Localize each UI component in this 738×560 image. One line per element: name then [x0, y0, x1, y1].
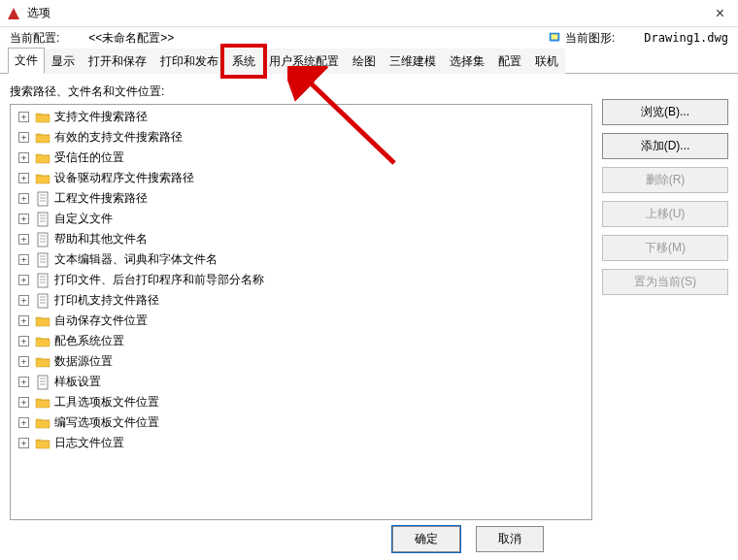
expander-icon[interactable]: + — [18, 193, 29, 204]
tree-item-label: 配色系统位置 — [54, 333, 124, 349]
folder-icon — [35, 354, 50, 370]
expander-icon[interactable]: + — [18, 152, 29, 163]
ok-button[interactable]: 确定 — [392, 526, 460, 552]
tree-item[interactable]: +样板设置 — [11, 372, 591, 392]
document-icon — [35, 212, 50, 227]
document-icon — [35, 375, 50, 390]
svg-rect-18 — [38, 274, 48, 287]
panel-right: 浏览(B)...添加(D)...删除(R)上移(U)下移(M)置为当前(S) — [602, 83, 728, 520]
add-button[interactable]: 添加(D)... — [602, 133, 728, 159]
tab-8[interactable]: 选择集 — [443, 49, 491, 74]
expander-icon[interactable]: + — [18, 295, 29, 306]
movedown-button: 下移(M) — [602, 235, 728, 261]
folder-icon — [35, 130, 50, 146]
tree-item[interactable]: +自动保存文件位置 — [11, 311, 591, 331]
tree-item-label: 文本编辑器、词典和字体文件名 — [54, 251, 218, 268]
tab-7[interactable]: 三维建模 — [383, 49, 443, 74]
tab-2[interactable]: 打开和保存 — [82, 49, 153, 74]
tree-item[interactable]: +打印机支持文件路径 — [11, 290, 591, 311]
dialog-footer: 确定 取消 — [392, 526, 544, 552]
current-drawing-label: 当前图形: — [565, 30, 615, 47]
tree-item[interactable]: +打印文件、后台打印程序和前导部分名称 — [11, 270, 591, 290]
tab-5[interactable]: 用户系统配置 — [262, 49, 346, 74]
tree-item-label: 打印机支持文件路径 — [54, 292, 159, 309]
tree-item[interactable]: +支持文件搜索路径 — [11, 107, 591, 127]
svg-rect-6 — [38, 213, 48, 226]
expander-icon[interactable]: + — [18, 397, 29, 408]
expander-icon[interactable]: + — [18, 356, 29, 367]
moveup-button: 上移(U) — [602, 201, 728, 227]
current-drawing-name: Drawing1.dwg — [644, 31, 728, 45]
tree-item[interactable]: +编写选项板文件位置 — [11, 412, 591, 433]
expander-icon[interactable]: + — [18, 214, 29, 224]
tree-item[interactable]: +自定义文件 — [11, 209, 591, 229]
tree-item[interactable]: +文本编辑器、词典和字体文件名 — [11, 249, 591, 270]
tab-bar: 文件显示打开和保存打印和发布系统用户系统配置绘图三维建模选择集配置联机 — [0, 49, 738, 74]
tree-item-label: 受信任的位置 — [54, 149, 124, 166]
svg-rect-22 — [38, 294, 48, 308]
svg-rect-2 — [38, 192, 48, 206]
panel-left: 搜索路径、文件名和文件位置: +支持文件搜索路径+有效的支持文件搜索路径+受信任… — [10, 83, 592, 520]
tree-item[interactable]: +日志文件位置 — [11, 433, 591, 453]
tab-9[interactable]: 配置 — [491, 49, 528, 74]
expander-icon[interactable]: + — [18, 315, 29, 326]
expander-icon[interactable]: + — [18, 438, 29, 448]
svg-rect-1 — [551, 34, 557, 39]
expander-icon[interactable]: + — [18, 173, 29, 183]
expander-icon[interactable]: + — [18, 132, 29, 143]
tree-item[interactable]: +数据源位置 — [11, 351, 591, 372]
tree-item-label: 打印文件、后台打印程序和前导部分名称 — [54, 272, 264, 288]
current-profile-label: 当前配置: — [10, 30, 59, 47]
document-icon — [35, 293, 50, 309]
close-button[interactable]: × — [708, 5, 732, 22]
expander-icon[interactable]: + — [18, 254, 29, 265]
section-label: 搜索路径、文件名和文件位置: — [10, 83, 592, 100]
tree-item-label: 帮助和其他文件名 — [54, 231, 148, 247]
tab-10[interactable]: 联机 — [528, 49, 565, 74]
folder-icon — [35, 436, 50, 451]
tab-3[interactable]: 打印和发布 — [153, 49, 225, 74]
setcurrent-button: 置为当前(S) — [602, 269, 728, 295]
tree-item-label: 日志文件位置 — [54, 435, 124, 451]
file-tree[interactable]: +支持文件搜索路径+有效的支持文件搜索路径+受信任的位置+设备驱动程序文件搜索路… — [10, 104, 592, 520]
tree-item[interactable]: +有效的支持文件搜索路径 — [11, 127, 591, 148]
expander-icon[interactable]: + — [18, 377, 29, 387]
svg-rect-14 — [38, 253, 48, 267]
tab-4[interactable]: 系统 — [225, 49, 262, 74]
browse-button[interactable]: 浏览(B)... — [602, 99, 728, 125]
tree-item[interactable]: +工具选项板文件位置 — [11, 392, 591, 412]
tab-6[interactable]: 绘图 — [346, 49, 383, 74]
tree-item[interactable]: +工程文件搜索路径 — [11, 188, 591, 209]
title-bar: 选项 × — [0, 0, 738, 27]
tree-item[interactable]: +设备驱动程序文件搜索路径 — [11, 168, 591, 188]
tree-item-label: 支持文件搜索路径 — [54, 109, 148, 125]
current-profile-value: <<未命名配置>> — [88, 30, 174, 47]
app-logo-icon — [6, 6, 21, 21]
tree-item[interactable]: +受信任的位置 — [11, 148, 591, 168]
document-icon — [35, 273, 50, 288]
expander-icon[interactable]: + — [18, 275, 29, 285]
folder-icon — [35, 415, 50, 431]
tree-item-label: 自动保存文件位置 — [54, 313, 148, 329]
tree-item-label: 数据源位置 — [54, 353, 113, 370]
tree-item-label: 有效的支持文件搜索路径 — [54, 129, 183, 146]
tree-item-label: 自定义文件 — [54, 211, 113, 227]
panel-body: 搜索路径、文件名和文件位置: +支持文件搜索路径+有效的支持文件搜索路径+受信任… — [0, 74, 738, 530]
expander-icon[interactable]: + — [18, 336, 29, 346]
cancel-button[interactable]: 取消 — [476, 526, 544, 552]
drawing-icon — [548, 30, 565, 47]
folder-icon — [35, 171, 50, 186]
expander-icon[interactable]: + — [18, 417, 29, 428]
delete-button: 删除(R) — [602, 167, 728, 193]
tree-item-label: 工程文件搜索路径 — [54, 190, 148, 207]
expander-icon[interactable]: + — [18, 234, 29, 245]
folder-icon — [35, 395, 50, 411]
tree-item[interactable]: +帮助和其他文件名 — [11, 229, 591, 249]
expander-icon[interactable]: + — [18, 112, 29, 122]
svg-rect-26 — [38, 376, 48, 389]
tab-0[interactable]: 文件 — [8, 48, 45, 74]
tab-1[interactable]: 显示 — [45, 49, 82, 74]
tree-item[interactable]: +配色系统位置 — [11, 331, 591, 351]
folder-icon — [35, 150, 50, 166]
tree-item-label: 设备驱动程序文件搜索路径 — [54, 170, 194, 186]
